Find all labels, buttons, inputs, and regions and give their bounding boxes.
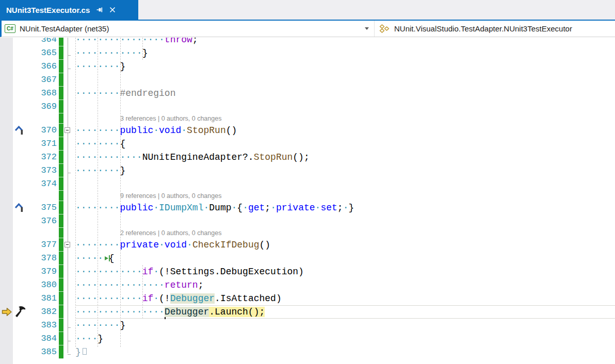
line-number[interactable]: 376 (29, 214, 57, 228)
line-number[interactable]: 372 (29, 151, 57, 164)
line-number[interactable]: 385 (29, 345, 57, 359)
code-line-381[interactable]: 381············if·(!Debugger.IsAttached) (0, 292, 615, 305)
breakpoint-margin-cell[interactable] (0, 305, 29, 319)
line-number[interactable] (29, 191, 57, 201)
breakpoint-margin-cell[interactable] (0, 292, 29, 305)
breakpoint-margin-cell[interactable] (0, 164, 29, 177)
line-number[interactable] (29, 113, 57, 124)
line-number[interactable]: 365 (29, 46, 57, 60)
code-content[interactable] (75, 177, 615, 191)
breakpoint-margin-cell[interactable] (0, 201, 29, 214)
code-content[interactable]: ················|Debugger.Launch(); (75, 305, 615, 319)
code-line-377[interactable]: 377········private·void·CheckIfDebug() (0, 238, 615, 252)
code-line-364[interactable]: 364················throw; (0, 38, 615, 46)
breakpoint-margin-cell[interactable] (0, 319, 29, 332)
breakpoint-margin-cell[interactable] (0, 151, 29, 164)
breakpoint-margin-cell[interactable] (0, 238, 29, 252)
code-line-371[interactable]: 371········{ (0, 137, 615, 151)
breakpoint-margin-cell[interactable] (0, 177, 29, 191)
close-icon[interactable] (109, 7, 116, 13)
code-line-367[interactable]: 367 (0, 73, 615, 87)
line-number[interactable]: 366 (29, 60, 57, 73)
code-line-384[interactable]: 384····} (0, 332, 615, 345)
code-content[interactable]: ········private·void·CheckIfDebug() (75, 238, 615, 252)
code-line-385[interactable]: 385}□ (0, 345, 615, 359)
current-statement-arrow-icon[interactable] (1, 306, 13, 318)
codelens-row[interactable]: 2 references | 0 authors, 0 changes (0, 228, 615, 238)
code-content[interactable] (75, 100, 615, 113)
code-content[interactable]: ········} (75, 164, 615, 177)
breakpoint-margin-cell[interactable] (0, 214, 29, 228)
code-content[interactable]: ············if·(!Debugger.IsAttached) (75, 292, 615, 305)
code-line-373[interactable]: 373········} (0, 164, 615, 177)
line-number[interactable]: 381 (29, 292, 57, 305)
code-content[interactable]: ········} (75, 319, 615, 332)
code-content[interactable] (75, 214, 615, 228)
codelens-text[interactable]: 3 references | 0 authors, 0 changes (75, 113, 615, 124)
codelens-text[interactable]: 2 references | 0 authors, 0 changes (75, 228, 615, 238)
code-line-375[interactable]: 375········public·IDumpXml·Dump·{·get;·p… (0, 201, 615, 214)
implements-icon[interactable] (13, 124, 25, 136)
code-content[interactable]: ················throw; (75, 38, 615, 46)
line-number[interactable]: 378 (29, 252, 57, 265)
code-line-372[interactable]: 372············NUnitEngineAdapter?.StopR… (0, 151, 615, 164)
breakpoint-margin-cell[interactable] (0, 113, 29, 124)
line-number[interactable]: 368 (29, 87, 57, 100)
breakpoint-margin-cell[interactable] (0, 345, 29, 359)
code-content[interactable]: ············if·(!Settings.DebugExecution… (75, 265, 615, 278)
code-content[interactable]: }□ (75, 345, 615, 359)
code-content[interactable]: ····} (75, 332, 615, 345)
code-content[interactable]: ········} (75, 60, 615, 73)
line-number[interactable]: 369 (29, 100, 57, 113)
line-number[interactable]: 370 (29, 124, 57, 137)
code-line-376[interactable]: 376 (0, 214, 615, 228)
pushpin-icon[interactable] (96, 6, 103, 13)
code-content[interactable]: ········public·void·StopRun() (75, 124, 615, 137)
project-dropdown[interactable]: C# NUnit.TestAdapter (net35) (2, 21, 375, 37)
hammer-icon[interactable] (14, 305, 27, 318)
line-number[interactable] (29, 228, 57, 238)
member-dropdown[interactable]: NUnit.VisualStudio.TestAdapter.NUnit3Tes… (375, 21, 615, 37)
breakpoint-margin-cell[interactable] (0, 46, 29, 60)
code-line-378[interactable]: 378·····⇥·{ (0, 252, 615, 265)
line-number[interactable]: 371 (29, 137, 57, 151)
breakpoint-margin-cell[interactable] (0, 38, 29, 46)
code-line-382[interactable]: 382················|Debugger.Launch(); (0, 305, 615, 319)
code-line-368[interactable]: 368········#endregion (0, 87, 615, 100)
line-number[interactable]: 367 (29, 73, 57, 87)
breakpoint-margin-cell[interactable] (0, 332, 29, 345)
code-content[interactable]: ················return; (75, 278, 615, 292)
code-line-365[interactable]: 365············} (0, 46, 615, 60)
code-line-379[interactable]: 379············if·(!Settings.DebugExecut… (0, 265, 615, 278)
line-number[interactable]: 364 (29, 38, 57, 46)
code-content[interactable]: ········public·IDumpXml·Dump·{·get;·priv… (75, 201, 615, 214)
line-number[interactable]: 374 (29, 177, 57, 191)
code-line-374[interactable]: 374 (0, 177, 615, 191)
breakpoint-margin-cell[interactable] (0, 137, 29, 151)
breakpoint-margin-cell[interactable] (0, 278, 29, 292)
code-content[interactable] (75, 73, 615, 87)
line-number[interactable]: 377 (29, 238, 57, 252)
breakpoint-margin-cell[interactable] (0, 73, 29, 87)
codelens-row[interactable]: 9 references | 0 authors, 0 changes (0, 191, 615, 201)
breakpoint-margin-cell[interactable] (0, 87, 29, 100)
line-number[interactable]: 373 (29, 164, 57, 177)
breakpoint-margin-cell[interactable] (0, 265, 29, 278)
code-content[interactable]: ········#endregion (75, 87, 615, 100)
chevron-down-icon[interactable] (365, 27, 369, 30)
code-line-370[interactable]: 370········public·void·StopRun() (0, 124, 615, 137)
breakpoint-margin-cell[interactable] (0, 191, 29, 201)
code-line-369[interactable]: 369 (0, 100, 615, 113)
code-line-380[interactable]: 380················return; (0, 278, 615, 292)
codelens-text[interactable]: 9 references | 0 authors, 0 changes (75, 191, 615, 201)
breakpoint-margin-cell[interactable] (0, 100, 29, 113)
line-number[interactable]: 375 (29, 201, 57, 214)
line-number[interactable]: 384 (29, 332, 57, 345)
breakpoint-margin-cell[interactable] (0, 124, 29, 137)
line-number[interactable]: 379 (29, 265, 57, 278)
line-number[interactable]: 380 (29, 278, 57, 292)
implements-icon[interactable] (13, 202, 25, 213)
code-editor[interactable]: 364················throw;365············… (0, 38, 615, 364)
codelens-row[interactable]: 3 references | 0 authors, 0 changes (0, 113, 615, 124)
breakpoint-margin-cell[interactable] (0, 252, 29, 265)
